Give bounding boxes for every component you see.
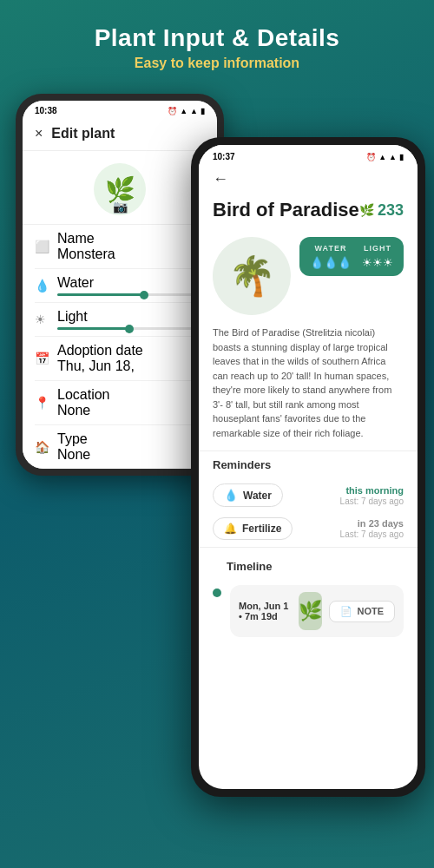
front-alarm-icon: ⏰: [366, 153, 376, 161]
timeline-date: Mon, Jun 1 • 7m 19d: [239, 601, 292, 621]
plant-name: Bird of Paradise: [213, 199, 359, 221]
page-title: Plant Input & Details: [17, 24, 417, 52]
water-slider-fill: [57, 293, 146, 296]
fertilize-reminder-last: Last: 7 days ago: [340, 529, 404, 539]
nav-bar: ←: [199, 165, 418, 195]
alarm-icon: ⏰: [168, 107, 177, 115]
calendar-icon: 📅: [35, 352, 50, 365]
reminders-section-title: Reminders: [199, 453, 418, 478]
fertilize-reminder-badge[interactable]: 🔔 Fertilize: [213, 517, 293, 540]
name-label: Name: [57, 231, 205, 247]
edit-form: ⬜ Name Monstera 💧 Water: [23, 225, 217, 469]
water-field-row[interactable]: 💧 Water: [35, 269, 205, 303]
type-icon: 🏠: [35, 440, 50, 454]
note-button[interactable]: 📄 NOTE: [329, 601, 395, 622]
note-label: NOTE: [357, 606, 384, 616]
adoption-label: Adoption date: [57, 343, 205, 358]
water-badge-col: WATER 💧💧💧: [310, 244, 352, 269]
water-badge-icons: 💧💧💧: [310, 256, 352, 269]
fertilize-reminder-icon: 🔔: [224, 523, 237, 535]
front-phone-screen: 10:37 ⏰ ▲ ▲ ▮ ← Bird of Paradise 🌿 23: [199, 145, 418, 789]
type-label: Type: [57, 431, 205, 447]
fertilize-reminder-label: Fertilize: [242, 523, 281, 535]
name-icon: ⬜: [35, 240, 50, 253]
location-content: Location None: [57, 387, 205, 418]
location-row[interactable]: 📍 Location None: [35, 381, 205, 425]
location-icon: 📍: [35, 396, 50, 410]
plant-header: Bird of Paradise 🌿 233: [199, 195, 418, 230]
wifi-icon: ▲: [180, 107, 187, 115]
water-badge-label: WATER: [315, 244, 347, 253]
water-slider-thumb[interactable]: [140, 291, 148, 299]
front-status-bar: 10:37 ⏰ ▲ ▲ ▮: [199, 145, 418, 165]
name-field-row[interactable]: ⬜ Name Monstera: [35, 225, 205, 269]
note-icon: 📄: [340, 606, 352, 617]
timeline-section-title: Timeline: [213, 555, 404, 580]
timeline-card: Mon, Jun 1 • 7m 19d 🌿 📄 NOTE: [230, 585, 404, 637]
camera-icon: 📷: [113, 200, 128, 214]
location-label: Location: [57, 387, 205, 403]
plant-photo-circle[interactable]: 🌿 📷: [94, 163, 146, 215]
leaf-icon: 🌿: [359, 203, 374, 217]
back-status-bar: 10:38 ⏰ ▲ ▲ ▮: [23, 101, 217, 119]
water-light-badge: WATER 💧💧💧 LIGHT ☀☀☀: [299, 237, 404, 276]
fertilize-reminder-time: in 23 days Last: 7 days ago: [340, 518, 404, 539]
front-signal-icon: ▲: [389, 153, 397, 161]
battery-icon: ▮: [201, 107, 205, 115]
score-value: 233: [378, 201, 404, 220]
light-icon: ☀: [35, 312, 50, 326]
plant-description: The Bird of Paradise (Strelitzia nicolai…: [199, 324, 418, 449]
light-badge-label: LIGHT: [364, 244, 391, 253]
water-reminder-when: this morning: [345, 485, 404, 496]
plant-image: 🌴: [213, 237, 291, 315]
type-row[interactable]: 🏠 Type None: [35, 425, 205, 469]
adoption-date-row[interactable]: 📅 Adoption date Thu, Jun 18,: [35, 337, 205, 381]
water-reminder-icon: 💧: [224, 489, 238, 502]
name-value: Monstera: [57, 247, 205, 262]
back-status-icons: ⏰ ▲ ▲ ▮: [168, 107, 205, 115]
water-label: Water: [57, 275, 205, 291]
page-subtitle: Easy to keep information: [17, 56, 417, 71]
front-phone: 10:37 ⏰ ▲ ▲ ▮ ← Bird of Paradise 🌿 23: [191, 137, 425, 797]
type-value: None: [57, 447, 205, 463]
light-badge-icons: ☀☀☀: [362, 256, 393, 269]
water-slider[interactable]: [57, 293, 205, 296]
score-badge: 🌿 233: [359, 201, 404, 220]
adoption-value: Thu, Jun 18,: [57, 358, 205, 374]
divider-2: [199, 547, 418, 548]
plant-info-row: 🌴 WATER 💧💧💧 LIGHT ☀☀☀: [199, 230, 418, 324]
timeline-section: Timeline Mon, Jun 1 • 7m 19d 🌿 📄 NOTE: [199, 549, 418, 642]
light-field-row[interactable]: ☀ Light: [35, 303, 205, 337]
water-drop-icon: 💧: [35, 279, 50, 293]
front-wifi-icon: ▲: [378, 153, 386, 161]
water-reminder-label: Water: [243, 490, 272, 502]
fertilize-reminder-when: in 23 days: [358, 518, 404, 529]
back-top-bar: × Edit plant: [23, 119, 217, 151]
back-phone-screen: 10:38 ⏰ ▲ ▲ ▮ × Edit plant 🌿 📷: [23, 101, 217, 469]
front-battery-icon: ▮: [399, 153, 404, 161]
light-label: Light: [57, 309, 205, 325]
plant-name-row: Bird of Paradise 🌿 233: [213, 199, 404, 221]
light-slider[interactable]: [57, 327, 205, 330]
water-reminder-time: this morning Last: 7 days ago: [340, 485, 404, 506]
back-button[interactable]: ←: [213, 170, 228, 187]
timeline-item: Mon, Jun 1 • 7m 19d 🌿 📄 NOTE: [213, 580, 404, 642]
phones-area: 10:38 ⏰ ▲ ▲ ▮ × Edit plant 🌿 📷: [0, 85, 434, 797]
light-slider-thumb[interactable]: [125, 325, 134, 333]
type-content: Type None: [57, 431, 205, 463]
close-button[interactable]: ×: [35, 126, 43, 141]
water-reminder-last: Last: 7 days ago: [340, 496, 404, 506]
water-reminder-badge[interactable]: 💧 Water: [213, 483, 283, 507]
water-content: Water: [57, 275, 205, 296]
name-content: Name Monstera: [57, 231, 205, 262]
light-badge-col: LIGHT ☀☀☀: [362, 244, 393, 269]
fertilize-reminder-row: 🔔 Fertilize in 23 days Last: 7 days ago: [199, 512, 418, 545]
location-value: None: [57, 403, 205, 418]
back-status-time: 10:38: [35, 106, 57, 115]
water-reminder-row: 💧 Water this morning Last: 7 days ago: [199, 478, 418, 512]
signal-icon: ▲: [190, 107, 198, 115]
light-slider-fill: [57, 327, 131, 330]
light-content: Light: [57, 309, 205, 330]
photo-area[interactable]: 🌿 📷: [23, 151, 217, 225]
front-status-time: 10:37: [213, 152, 235, 161]
